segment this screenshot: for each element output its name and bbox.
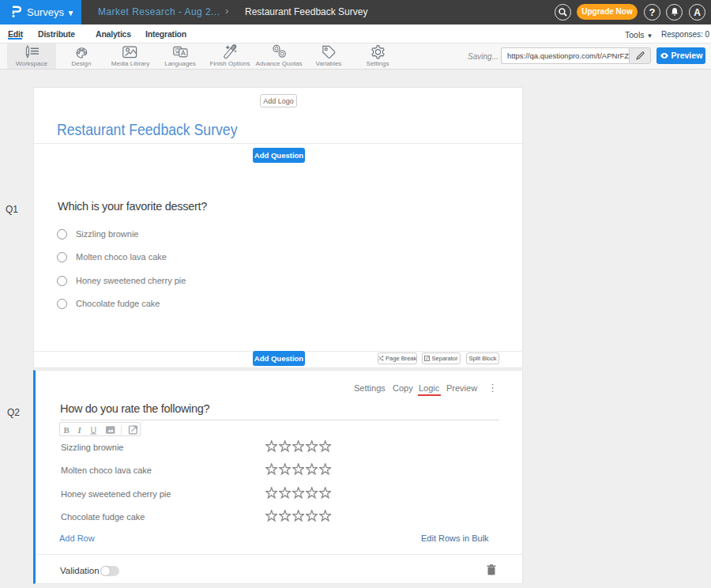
svg-text:U: U bbox=[91, 424, 97, 434]
svg-text:B: B bbox=[64, 425, 70, 435]
svg-text:I: I bbox=[77, 425, 82, 435]
